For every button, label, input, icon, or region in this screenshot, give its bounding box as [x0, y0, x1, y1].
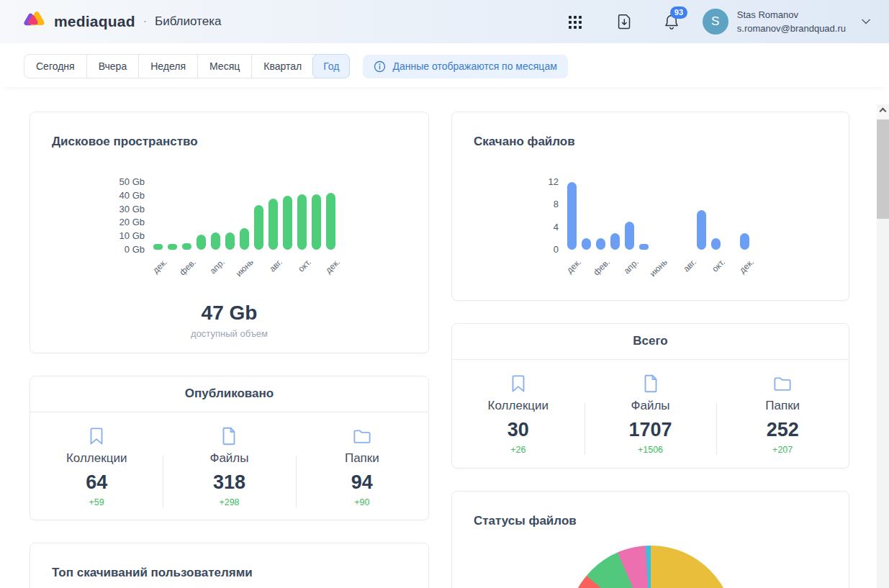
stat-folder: Папки252+207 [716, 373, 849, 455]
disk-space-card: Дисковое пространство 0 Gb10 Gb20 Gb30 G… [30, 112, 429, 353]
downloaded-files-card: Скачано файлов 04812дек.фев.апр.июньавг.… [451, 112, 849, 301]
x-axis-label: авг. [267, 257, 284, 274]
period-tab-3[interactable]: Месяц [197, 55, 251, 78]
stat-delta: +207 [716, 445, 849, 455]
bar [225, 232, 235, 250]
stat-delta: +90 [296, 497, 428, 507]
bar [283, 196, 292, 250]
brand-separator: · [143, 15, 147, 28]
filters-toolbar: СегодняВчераНеделяМесяцКварталГод Данные… [0, 43, 889, 87]
stat-folder: Папки94+90 [296, 425, 428, 507]
disk-space-value: 47 Gb [30, 302, 428, 325]
folder-icon [296, 425, 428, 447]
x-axis-label: фев. [177, 257, 197, 277]
period-tab-5[interactable]: Год [312, 54, 350, 78]
info-banner: Данные отображаются по месяцам [363, 55, 567, 78]
card-title: Опубликовано [30, 376, 428, 412]
bar [582, 238, 591, 250]
bar [567, 182, 577, 250]
y-axis-label: 40 Gb [104, 190, 145, 202]
disk-space-caption: доступный объем [30, 328, 428, 339]
notification-badge: 93 [670, 6, 687, 19]
card-title: Статусы файлов [474, 514, 827, 528]
export-document-icon[interactable] [617, 13, 632, 30]
period-tab-1[interactable]: Вчера [86, 55, 139, 78]
period-tab-2[interactable]: Неделя [138, 55, 197, 78]
scroll-thumb[interactable] [877, 119, 889, 219]
y-axis-label: 20 Gb [104, 217, 145, 228]
period-tab-0[interactable]: Сегодня [24, 55, 86, 78]
stat-delta: +1506 [585, 445, 717, 455]
user-name: Stas Romanov [737, 8, 846, 22]
bar [326, 193, 335, 250]
bar [240, 228, 249, 250]
card-title: Дисковое пространство [52, 135, 407, 149]
stat-value: 30 [452, 419, 585, 441]
bar [153, 244, 163, 250]
x-axis-label: июнь [233, 257, 255, 279]
bar [268, 199, 278, 250]
app-header: mediaquad · Библиотека 93 S Stas Rom [0, 0, 889, 43]
x-axis-label: июнь [647, 257, 669, 279]
x-axis-label: фев. [591, 257, 611, 277]
bar [625, 222, 634, 250]
x-axis-label: окт. [296, 257, 313, 274]
brand-logo-icon [20, 10, 46, 33]
bar [168, 244, 177, 250]
x-axis-label: дек. [564, 257, 583, 276]
top-downloads-card: Топ скачиваний пользователями [30, 543, 429, 588]
bar [610, 233, 620, 250]
stat-label: Файлы [163, 451, 295, 466]
stat-value: 252 [716, 419, 849, 441]
downloaded-files-chart: 04812дек.фев.апр.июньавг.окт.дек. [530, 178, 849, 286]
file-icon [585, 373, 717, 394]
x-axis-label: окт. [710, 257, 727, 274]
bar [711, 238, 721, 250]
dashboard: Дисковое пространство 0 Gb10 Gb20 Gb30 G… [30, 112, 889, 588]
y-axis-label: 0 [530, 244, 559, 255]
stat-bookmark: Коллекции64+59 [30, 425, 163, 507]
bar [211, 232, 220, 250]
stat-file: Файлы318+298 [163, 425, 295, 507]
x-axis-label: апр. [621, 257, 640, 276]
x-axis-label: дек. [737, 257, 756, 276]
card-title: Всего [452, 324, 849, 360]
bookmark-icon [452, 373, 585, 394]
published-card: Опубликовано Коллекции64+59Файлы318+298П… [30, 376, 429, 520]
stat-value: 1707 [585, 419, 717, 441]
y-axis-label: 30 Gb [104, 204, 145, 215]
x-axis-label: дек. [323, 257, 342, 276]
avatar[interactable]: S [703, 9, 728, 35]
stat-delta: +26 [452, 445, 585, 455]
total-stats: Коллекции30+26Файлы1707+1506Папки252+207 [452, 360, 849, 471]
apps-grid-icon[interactable] [567, 13, 584, 30]
stat-label: Папки [296, 451, 428, 466]
y-axis-label: 8 [530, 199, 559, 210]
y-axis-label: 0 Gb [104, 244, 145, 255]
bar [254, 205, 263, 250]
bar [182, 243, 191, 250]
y-axis-label: 12 [530, 176, 559, 188]
vertical-scrollbar[interactable] [877, 104, 889, 588]
stat-value: 318 [163, 471, 295, 494]
stat-value: 94 [296, 471, 428, 494]
notifications-bell-icon[interactable]: 93 [664, 13, 680, 31]
card-title: Скачано файлов [474, 135, 827, 149]
x-axis-label: дек. [150, 257, 169, 276]
bar [740, 233, 749, 250]
bar [197, 235, 206, 250]
period-tab-4[interactable]: Квартал [251, 55, 313, 78]
user-menu-chevron-icon[interactable] [859, 14, 873, 29]
user-email: s.romanov@brandquad.ru [737, 22, 846, 36]
brand-name: mediaquad [54, 13, 135, 30]
published-stats: Коллекции64+59Файлы318+298Папки94+90 [30, 412, 428, 523]
total-card: Всего Коллекции30+26Файлы1707+1506Папки2… [451, 323, 849, 469]
y-axis-label: 10 Gb [104, 230, 145, 242]
x-axis-label: апр. [207, 257, 226, 276]
user-menu[interactable]: Stas Romanov s.romanov@brandquad.ru [737, 8, 846, 36]
stat-label: Папки [716, 399, 849, 413]
file-statuses-pie-chart [567, 546, 734, 588]
bookmark-icon [30, 425, 163, 447]
bar [596, 238, 605, 250]
bar [312, 194, 321, 250]
